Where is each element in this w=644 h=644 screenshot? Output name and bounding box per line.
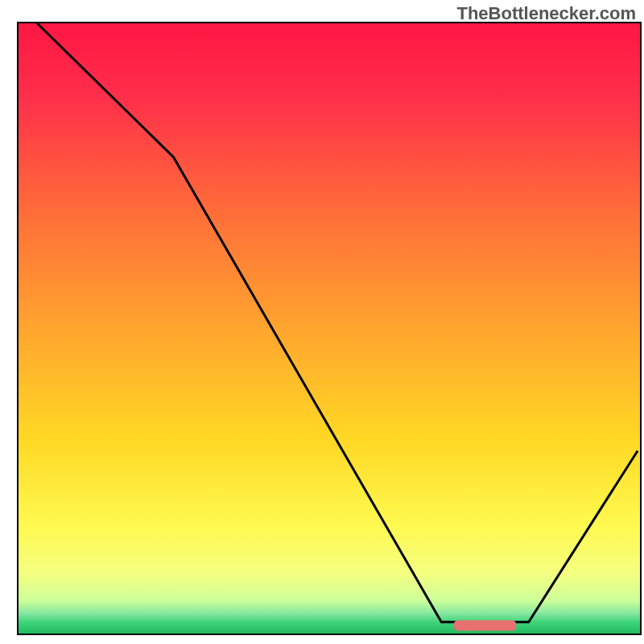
watermark-text: TheBottlenecker.com <box>456 3 636 24</box>
bottleneck-chart: TheBottlenecker.com <box>0 0 644 644</box>
plot-background <box>18 23 641 634</box>
optimal-marker <box>454 621 516 631</box>
chart-svg <box>0 0 644 644</box>
